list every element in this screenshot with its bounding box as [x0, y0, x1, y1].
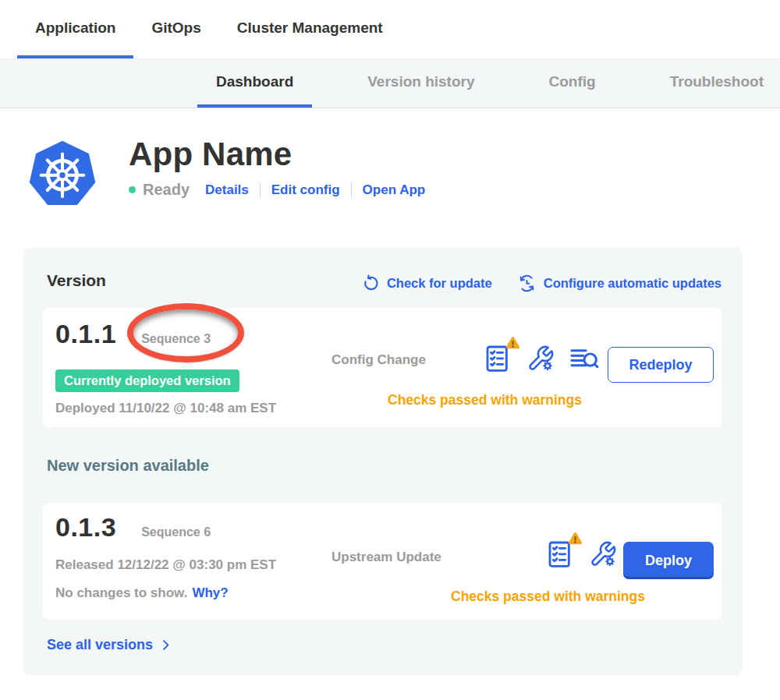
app-sub-nav: Dashboard Version history Config Trouble…: [0, 58, 780, 108]
available-version-source: Upstream Update: [332, 550, 441, 565]
check-for-update-button[interactable]: Check for update: [362, 274, 492, 293]
tab-troubleshoot[interactable]: Troubleshoot: [651, 59, 780, 108]
configure-automatic-updates-label: Configure automatic updates: [544, 276, 722, 291]
version-panel: Version Check for update Configure autom…: [23, 248, 743, 675]
wrench-gear-icon: [526, 345, 555, 373]
primary-nav: Application GitOps Cluster Management: [0, 0, 780, 58]
view-diff-button[interactable]: [568, 342, 601, 375]
edit-config-values-button[interactable]: [526, 345, 555, 373]
status-dot-ready: [129, 186, 136, 193]
redeploy-button[interactable]: Redeploy: [608, 347, 714, 383]
page-title: App Name: [129, 136, 425, 173]
current-version-source: Config Change: [332, 352, 426, 368]
edit-config-values-button[interactable]: [589, 540, 617, 568]
current-checks-status[interactable]: Checks passed with warnings: [388, 392, 582, 408]
available-version-icons: [544, 539, 617, 570]
wrench-gear-icon: [589, 540, 617, 568]
edit-config-link[interactable]: Edit config: [271, 182, 340, 198]
available-version-number: 0.1.3: [55, 512, 116, 543]
current-version-icons: [482, 342, 601, 375]
available-version-card: 0.1.3 Sequence 6 Released 12/12/22 @ 03:…: [43, 503, 722, 620]
nav-item-gitops[interactable]: GitOps: [133, 0, 218, 58]
details-link[interactable]: Details: [205, 182, 249, 198]
no-changes-label: No changes to show.: [55, 585, 187, 600]
app-header: App Name Ready Details Edit config Open …: [28, 139, 780, 209]
status-badge: Ready: [143, 181, 190, 199]
available-version-sequence: Sequence 6: [141, 525, 211, 539]
refresh-icon: [362, 274, 380, 292]
new-version-available-heading: New version available: [47, 457, 209, 475]
nav-item-cluster-management[interactable]: Cluster Management: [219, 0, 401, 58]
current-version-card: 0.1.1 Sequence 3 Currently deployed vers…: [43, 308, 722, 427]
currently-deployed-badge: Currently deployed version: [55, 369, 239, 392]
available-checks-status[interactable]: Checks passed with warnings: [451, 589, 645, 605]
current-version-sequence: Sequence 3: [141, 332, 211, 346]
chevron-right-icon: [159, 638, 172, 652]
check-for-update-label: Check for update: [387, 276, 492, 291]
warning-triangle-icon: [567, 531, 583, 547]
preflight-checks-button[interactable]: [482, 343, 513, 374]
open-app-link[interactable]: Open App: [363, 182, 426, 198]
lines-magnifier-diff-icon: [568, 342, 601, 375]
kubernetes-logo-icon: [28, 139, 97, 209]
see-all-versions-link[interactable]: See all versions: [47, 637, 172, 653]
app-header-text: App Name Ready Details Edit config Open …: [129, 139, 425, 209]
deployed-timestamp: Deployed 11/10/22 @ 10:48 am EST: [55, 401, 276, 416]
configure-automatic-updates-button[interactable]: Configure automatic updates: [517, 274, 722, 293]
deploy-button[interactable]: Deploy: [623, 542, 714, 579]
current-version-line: 0.1.1 Sequence 3: [55, 319, 211, 349]
preflight-checks-button[interactable]: [544, 539, 576, 570]
divider: [351, 182, 352, 198]
tab-config[interactable]: Config: [530, 59, 615, 108]
why-link[interactable]: Why?: [192, 585, 228, 600]
version-panel-actions: Check for update Configure automatic upd…: [362, 274, 722, 293]
nav-item-application[interactable]: Application: [17, 0, 133, 58]
released-timestamp: Released 12/12/22 @ 03:30 pm EST: [55, 557, 276, 573]
tab-dashboard[interactable]: Dashboard: [197, 59, 312, 108]
automatic-updates-schedule-icon: [517, 274, 537, 293]
version-panel-title: Version: [47, 271, 106, 290]
current-version-number: 0.1.1: [55, 319, 116, 349]
see-all-versions-label: See all versions: [47, 637, 153, 653]
tab-version-history[interactable]: Version history: [349, 59, 493, 108]
divider: [260, 182, 261, 198]
available-version-line: 0.1.3 Sequence 6: [55, 512, 211, 543]
app-status-row: Ready Details Edit config Open App: [129, 181, 425, 199]
warning-triangle-icon: [505, 335, 521, 352]
no-changes-text: No changes to show.Why?: [55, 585, 229, 601]
